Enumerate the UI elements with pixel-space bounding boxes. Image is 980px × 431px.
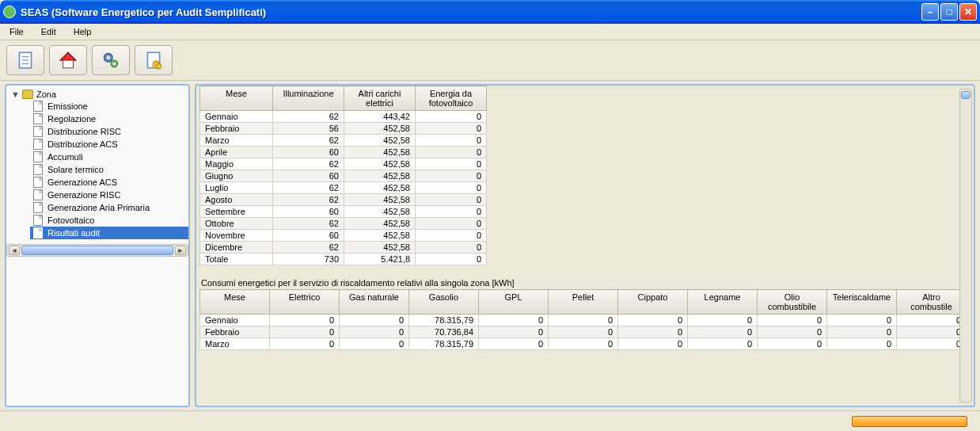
col-header[interactable]: Altri carichi elettrici: [344, 86, 416, 111]
cell: 452,58: [344, 182, 416, 194]
col-header[interactable]: Gasolio: [409, 290, 479, 315]
cell: 62: [273, 242, 344, 254]
cell: 452,58: [344, 147, 416, 158]
tree-item[interactable]: Distribuzione RISC: [30, 125, 188, 138]
col-header[interactable]: Cippato: [618, 290, 688, 315]
tree-item[interactable]: Generazione Aria Primaria: [30, 201, 188, 214]
cell: 0: [270, 326, 340, 338]
cell: 62: [273, 218, 344, 230]
tree-item-label: Emissione: [47, 101, 88, 111]
progress-bar: [852, 416, 967, 427]
tree-item[interactable]: Generazione RISC: [30, 189, 188, 201]
tree-item[interactable]: Risultati audit: [30, 227, 188, 239]
col-header[interactable]: Olio combustibile: [758, 290, 827, 315]
col-header[interactable]: Teleriscaldame: [827, 290, 897, 315]
cell: 0: [416, 218, 487, 230]
cell: 0: [758, 315, 827, 326]
table-row: Marzo62452,580: [200, 135, 487, 147]
col-header[interactable]: Elettrico: [270, 290, 340, 315]
table-row: Aprile60452,580: [200, 147, 487, 158]
tree-item[interactable]: Regolazione: [30, 113, 188, 125]
cell: 452,58: [344, 194, 416, 206]
cell: 0: [416, 182, 487, 194]
tree-item[interactable]: Generazione ACS: [30, 176, 188, 189]
tree-item-label: Generazione ACS: [47, 177, 117, 187]
menu-help[interactable]: Help: [70, 25, 95, 38]
cell: 60: [273, 147, 344, 158]
main-vscroll[interactable]: [959, 89, 972, 402]
cell: 452,58: [344, 158, 416, 170]
toolbar-home-button[interactable]: [49, 45, 87, 75]
table-row: Marzo0078.315,790000000: [200, 338, 967, 350]
minimize-button[interactable]: –: [921, 3, 939, 21]
cell: 0: [340, 315, 409, 326]
svg-point-12: [156, 63, 161, 69]
tree-item[interactable]: Emissione: [30, 100, 188, 113]
menu-edit[interactable]: Edit: [38, 25, 59, 38]
cell: Marzo: [200, 338, 270, 350]
col-header[interactable]: Illuminazione: [273, 86, 344, 111]
sidebar-hscroll[interactable]: ◄ ►: [6, 244, 188, 257]
tree-item[interactable]: Distribuzione ACS: [30, 138, 188, 151]
col-header[interactable]: Altro combustile: [897, 290, 967, 315]
cell: Giugno: [200, 170, 273, 182]
tree-item-label: Accumuli: [47, 152, 83, 162]
cell: Gennaio: [200, 315, 270, 326]
table2-caption: Consumi energetici per il servizio di ri…: [199, 273, 971, 289]
cell: 452,58: [344, 206, 416, 218]
cell: 0: [897, 326, 967, 338]
toolbar-report-button[interactable]: [135, 45, 173, 75]
tree-item-label: Distribuzione ACS: [47, 139, 118, 149]
toolbar-settings-button[interactable]: [92, 45, 130, 75]
scroll-left-icon[interactable]: ◄: [9, 246, 20, 255]
maximize-button[interactable]: □: [940, 3, 958, 21]
cell: Settembre: [200, 206, 273, 218]
tree-item-label: Fotovoltaico: [47, 216, 94, 225]
gears-icon: [101, 50, 121, 71]
close-button[interactable]: ✕: [959, 3, 977, 21]
toolbar-new-button[interactable]: [6, 45, 44, 75]
col-header[interactable]: Energia da fotovoltaico: [416, 86, 487, 111]
table-row: Giugno60452,580: [200, 170, 487, 182]
col-header[interactable]: Pellet: [549, 290, 618, 315]
document-icon: [33, 126, 43, 137]
window-titlebar: SEAS (Software Energetico per Audit Semp…: [0, 0, 980, 24]
cell: 452,58: [344, 123, 416, 135]
table-row: Gennaio0078.315,790000000: [200, 315, 967, 326]
col-header[interactable]: Mese: [200, 86, 273, 111]
cell: Totale: [200, 254, 273, 265]
menu-file[interactable]: File: [6, 25, 27, 38]
table-row: Settembre60452,580: [200, 206, 487, 218]
cell: 0: [416, 158, 487, 170]
cell: Gennaio: [200, 111, 273, 123]
table-row: Maggio62452,580: [200, 158, 487, 170]
tree-item[interactable]: Accumuli: [30, 151, 188, 163]
cell: 0: [416, 111, 487, 123]
svg-marker-5: [60, 52, 76, 60]
col-header[interactable]: Legname: [688, 290, 758, 315]
cell: 0: [897, 315, 967, 326]
scroll-right-icon[interactable]: ►: [175, 246, 186, 255]
tree-item[interactable]: Solare termico: [30, 163, 188, 176]
cell: 0: [416, 123, 487, 135]
col-header[interactable]: Gas naturale: [340, 290, 409, 315]
col-header[interactable]: GPL: [479, 290, 549, 315]
cell: 0: [618, 315, 688, 326]
table-row: Febbraio0070.736,840000000: [200, 326, 967, 338]
tree-root-zona[interactable]: ▼ Zona: [9, 89, 188, 100]
cell: Maggio: [200, 158, 273, 170]
cell: Novembre: [200, 230, 273, 242]
tree-item[interactable]: Fotovoltaico: [30, 214, 188, 227]
cell: 78.315,79: [409, 338, 479, 350]
table-row: Gennaio62443,420: [200, 111, 487, 123]
cell: Luglio: [200, 182, 273, 194]
tree-item-label: Risultati audit: [47, 228, 100, 238]
table-row: Ottobre62452,580: [200, 218, 487, 230]
tree-toggle-icon[interactable]: ▼: [11, 90, 19, 99]
cell: Febbraio: [200, 326, 270, 338]
document-icon: [33, 139, 43, 150]
col-header[interactable]: Mese: [200, 290, 270, 315]
svg-point-9: [113, 63, 116, 65]
cell: Ottobre: [200, 218, 273, 230]
document-icon: [33, 215, 43, 226]
